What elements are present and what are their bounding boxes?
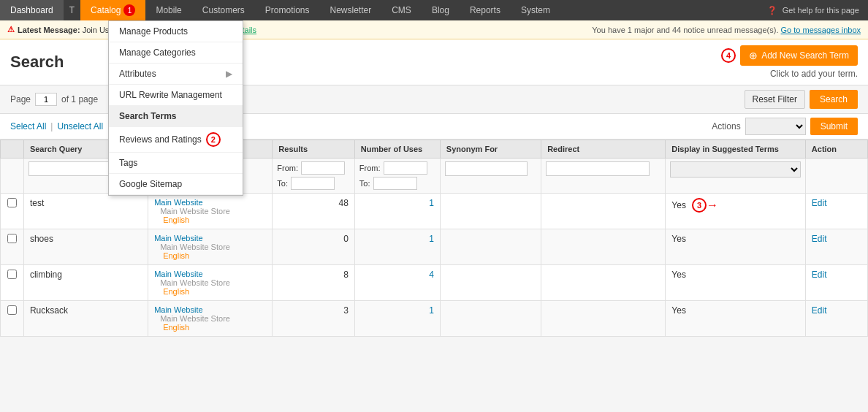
col-header-display: Display in Suggested Terms <box>666 140 805 159</box>
filter-results-range: From: To: <box>277 161 349 190</box>
select-all-link[interactable]: Select All <box>10 121 46 131</box>
filter-numuses-from[interactable] <box>384 161 427 175</box>
filter-redirect-cell <box>541 159 666 194</box>
dropdown-manage-products[interactable]: Manage Products <box>109 21 243 42</box>
row-redirect <box>541 194 666 229</box>
nav-reports[interactable]: Reports <box>460 0 511 20</box>
filter-synonym-input[interactable] <box>445 161 528 176</box>
page-info: Page of 1 page <box>10 93 98 106</box>
filter-results-to[interactable] <box>291 177 335 190</box>
edit-link[interactable]: Edit <box>812 270 827 280</box>
annotation-3: 3 <box>692 198 707 213</box>
row-results: 0 <box>273 229 354 265</box>
dropdown-reviews[interactable]: Reviews and Ratings 2 <box>109 127 243 153</box>
filter-numuses-cell: From: To: <box>354 159 440 194</box>
table-row: testMain WebsiteMain Website StoreEnglis… <box>1 194 868 229</box>
edit-link[interactable]: Edit <box>812 234 827 244</box>
row-display: Yes3→ <box>666 194 805 229</box>
search-button[interactable]: Search <box>810 90 858 109</box>
row-checkbox[interactable] <box>7 234 17 243</box>
dropdown-search-terms[interactable]: Search Terms <box>109 106 243 127</box>
row-checkbox[interactable] <box>7 305 17 315</box>
notif-right: You have 1 major and 44 notice unread me… <box>592 26 861 34</box>
nav-catalog[interactable]: Catalog 1 <box>80 0 145 20</box>
row-synonym <box>440 301 541 337</box>
row-action: Edit <box>805 265 867 301</box>
row-query: shoes <box>23 229 148 265</box>
actions-label: Actions <box>712 121 740 131</box>
table-row: shoesMain WebsiteMain Website StoreEngli… <box>1 229 868 265</box>
filter-results-cell: From: To: <box>273 159 354 194</box>
filter-results-from[interactable] <box>301 161 345 175</box>
table-row: RucksackMain WebsiteMain Website StoreEn… <box>1 301 868 337</box>
nav-blog[interactable]: Blog <box>422 0 460 20</box>
nav-newsletter[interactable]: Newsletter <box>320 0 382 20</box>
dropdown-url-rewrite[interactable]: URL Rewrite Management <box>109 85 243 106</box>
col-header-numuses: Number of Uses <box>354 140 440 159</box>
edit-link[interactable]: Edit <box>812 198 827 208</box>
warning-icon: ⚠ <box>7 25 15 34</box>
row-synonym <box>440 265 541 301</box>
filter-redirect-input[interactable] <box>546 161 649 176</box>
filter-numuses-to[interactable] <box>373 177 417 190</box>
dropdown-google-sitemap[interactable]: Google Sitemap <box>109 174 243 195</box>
to-label: To: <box>277 179 288 188</box>
row-store: Main WebsiteMain Website StoreEnglish <box>148 229 273 265</box>
row-checkbox-cell <box>1 194 24 229</box>
row-synonym <box>440 194 541 229</box>
row-checkbox[interactable] <box>7 270 17 279</box>
table-row: climbingMain WebsiteMain Website StoreEn… <box>1 265 868 301</box>
nav-cms[interactable]: CMS <box>381 0 422 20</box>
row-numuses-link[interactable]: 4 <box>429 270 434 280</box>
row-store: Main WebsiteMain Website StoreEnglish <box>148 194 273 229</box>
messages-inbox-link[interactable]: Go to messages inbox <box>781 26 861 34</box>
from-label: From: <box>277 164 298 172</box>
page-title: Search <box>10 53 64 72</box>
filter-buttons: Reset Filter Search <box>745 90 858 109</box>
nav-mobile[interactable]: Mobile <box>145 0 191 20</box>
dropdown-attributes[interactable]: Attributes ▶ <box>109 64 243 85</box>
filter-display-cell: Yes No <box>666 159 805 194</box>
annotation-2: 2 <box>206 132 221 147</box>
catalog-badge: 1 <box>123 4 135 16</box>
reset-filter-button[interactable]: Reset Filter <box>745 90 805 109</box>
actions-select[interactable]: Delete <box>745 118 806 135</box>
row-numuses-link[interactable]: 1 <box>429 305 434 316</box>
row-numuses: 1 <box>354 301 440 337</box>
help-link[interactable]: ❓ Get help for this page <box>758 6 868 15</box>
row-checkbox[interactable] <box>7 198 17 207</box>
click-hint: Click to add your term. <box>770 69 858 79</box>
nav-customers[interactable]: Customers <box>192 0 255 20</box>
dropdown-tags[interactable]: Tags <box>109 153 243 174</box>
from-label2: From: <box>359 164 381 172</box>
row-store: Main WebsiteMain Website StoreEnglish <box>148 301 273 337</box>
header-actions: 4 ⊕ Add New Search Term Click to add you… <box>721 45 858 79</box>
row-redirect <box>541 229 666 265</box>
nav-dashboard[interactable]: Dashboard <box>0 0 64 20</box>
catalog-dropdown: Manage Products Manage Categories Attrib… <box>108 20 243 196</box>
row-query: climbing <box>23 265 148 301</box>
unselect-all-link[interactable]: Unselect All <box>57 121 103 131</box>
filter-checkbox-cell <box>1 159 24 194</box>
to-label2: To: <box>359 179 370 188</box>
row-checkbox-cell <box>1 301 24 337</box>
filter-action-cell <box>805 159 867 194</box>
nav-system[interactable]: System <box>511 0 560 20</box>
row-store: Main WebsiteMain Website StoreEnglish <box>148 265 273 301</box>
dropdown-manage-categories[interactable]: Manage Categories <box>109 42 243 64</box>
submit-button[interactable]: Submit <box>810 118 858 135</box>
page-number-input[interactable] <box>35 93 57 106</box>
plus-icon: ⊕ <box>749 50 758 61</box>
nav-t1[interactable]: T <box>64 0 80 20</box>
annotation-arrow: → <box>707 199 718 212</box>
col-header-redirect: Redirect <box>541 140 666 159</box>
add-new-search-term-button[interactable]: ⊕ Add New Search Term <box>740 45 858 66</box>
edit-link[interactable]: Edit <box>812 305 827 316</box>
nav-promotions[interactable]: Promotions <box>255 0 320 20</box>
row-numuses-link[interactable]: 1 <box>429 198 434 208</box>
col-header-results: Results <box>273 140 354 159</box>
filter-display-select[interactable]: Yes No <box>670 161 800 178</box>
filter-synonym-cell <box>440 159 541 194</box>
row-checkbox-cell <box>1 265 24 301</box>
row-numuses-link[interactable]: 1 <box>429 234 434 244</box>
